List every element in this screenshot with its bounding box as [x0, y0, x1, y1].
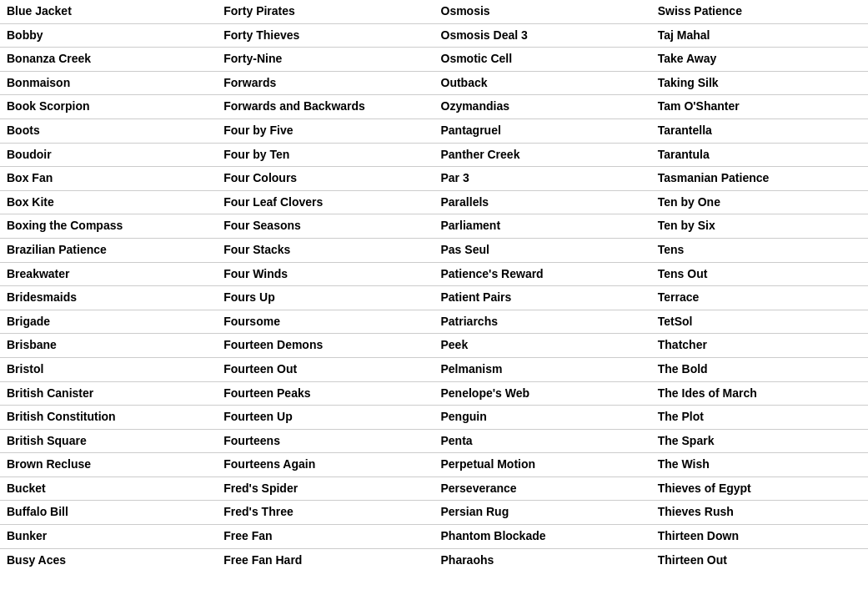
table-cell: Tam O'Shanter — [651, 95, 868, 119]
table-cell: Boxing the Compass — [0, 214, 217, 239]
table-cell: Thieves of Egypt — [651, 476, 868, 501]
table-row: BunkerFree FanPhantom BlockadeThirteen D… — [0, 525, 868, 549]
table-cell: Peek — [434, 334, 651, 358]
table-cell: Taj Mahal — [651, 23, 868, 48]
table-cell: Tasmanian Patience — [651, 167, 868, 191]
table-cell: Breakwater — [0, 262, 217, 286]
table-row: British CanisterFourteen PeaksPenelope's… — [0, 381, 868, 406]
table-cell: Phantom Blockade — [434, 525, 651, 549]
table-cell: Pelmanism — [434, 357, 651, 381]
table-cell: Patriarchs — [434, 310, 651, 334]
table-cell: Four Stacks — [217, 238, 434, 262]
table-cell: British Constitution — [0, 406, 217, 430]
table-cell: Patient Pairs — [434, 286, 651, 310]
table-cell: Swiss Patience — [651, 0, 868, 23]
table-cell: Four Colours — [217, 167, 434, 191]
table-cell: Bunker — [0, 525, 217, 549]
table-row: Book ScorpionForwards and BackwardsOzyma… — [0, 95, 868, 119]
table-cell: Brazilian Patience — [0, 238, 217, 262]
table-row: Brown RecluseFourteens AgainPerpetual Mo… — [0, 453, 868, 477]
table-row: Bonanza CreekForty-NineOsmotic CellTake … — [0, 48, 868, 72]
table-cell: The Ides of March — [651, 381, 868, 406]
table-cell: Pantagruel — [434, 118, 651, 143]
table-cell: Forwards and Backwards — [217, 95, 434, 119]
table-cell: Par 3 — [434, 167, 651, 191]
table-cell: Parallels — [434, 190, 651, 214]
table-cell: Osmosis — [434, 0, 651, 23]
table-cell: Bristol — [0, 357, 217, 381]
table-cell: Bucket — [0, 476, 217, 501]
table-row: BridesmaidsFours UpPatient PairsTerrace — [0, 286, 868, 310]
games-table: Blue JacketForty PiratesOsmosisSwiss Pat… — [0, 0, 868, 572]
table-cell: Tarantella — [651, 118, 868, 143]
table-cell: Osmosis Deal 3 — [434, 23, 651, 48]
table-cell: Fours Up — [217, 286, 434, 310]
table-cell: Bridesmaids — [0, 286, 217, 310]
table-cell: Four Winds — [217, 262, 434, 286]
table-cell: Tens — [651, 238, 868, 262]
table-cell: Foursome — [217, 310, 434, 334]
table-cell: Bobby — [0, 23, 217, 48]
table-cell: Thirteen Out — [651, 548, 868, 572]
table-cell: Bonanza Creek — [0, 48, 217, 72]
table-row: BucketFred's SpiderPerseveranceThieves o… — [0, 476, 868, 501]
table-cell: Brisbane — [0, 334, 217, 358]
table-cell: British Canister — [0, 381, 217, 406]
table-cell: Fred's Spider — [217, 476, 434, 501]
table-cell: Taking Silk — [651, 71, 868, 95]
table-cell: Osmotic Cell — [434, 48, 651, 72]
table-cell: Thieves Rush — [651, 501, 868, 525]
table-cell: Brown Recluse — [0, 453, 217, 477]
table-row: Box KiteFour Leaf CloversParallelsTen by… — [0, 190, 868, 214]
table-cell: Fred's Three — [217, 501, 434, 525]
table-row: BonmaisonForwardsOutbackTaking Silk — [0, 71, 868, 95]
table-cell: Free Fan — [217, 525, 434, 549]
table-cell: Outback — [434, 71, 651, 95]
table-row: Box FanFour ColoursPar 3Tasmanian Patien… — [0, 167, 868, 191]
table-cell: Book Scorpion — [0, 95, 217, 119]
table-cell: Pas Seul — [434, 238, 651, 262]
table-cell: Bonmaison — [0, 71, 217, 95]
table-cell: Patience's Reward — [434, 262, 651, 286]
table-cell: Panther Creek — [434, 143, 651, 167]
table-cell: Four by Five — [217, 118, 434, 143]
table-cell: Take Away — [651, 48, 868, 72]
table-cell: Tarantula — [651, 143, 868, 167]
table-cell: The Bold — [651, 357, 868, 381]
table-cell: Boots — [0, 118, 217, 143]
table-row: BootsFour by FivePantagruelTarantella — [0, 118, 868, 143]
table-row: BrigadeFoursomePatriarchsTetSol — [0, 310, 868, 334]
table-cell: Forty Pirates — [217, 0, 434, 23]
table-row: BoudoirFour by TenPanther CreekTarantula — [0, 143, 868, 167]
table-cell: Buffalo Bill — [0, 501, 217, 525]
table-cell: Penta — [434, 429, 651, 453]
table-cell: Thatcher — [651, 334, 868, 358]
table-cell: Blue Jacket — [0, 0, 217, 23]
table-row: BobbyForty ThievesOsmosis Deal 3Taj Maha… — [0, 23, 868, 48]
table-cell: Fourteens — [217, 429, 434, 453]
table-row: Blue JacketForty PiratesOsmosisSwiss Pat… — [0, 0, 868, 23]
table-row: BristolFourteen OutPelmanismThe Bold — [0, 357, 868, 381]
table-cell: British Square — [0, 429, 217, 453]
table-cell: Penelope's Web — [434, 381, 651, 406]
table-cell: Ozymandias — [434, 95, 651, 119]
table-cell: The Plot — [651, 406, 868, 430]
table-cell: Forwards — [217, 71, 434, 95]
table-cell: Fourteen Demons — [217, 334, 434, 358]
table-row: British SquareFourteensPentaThe Spark — [0, 429, 868, 453]
table-cell: Fourteens Again — [217, 453, 434, 477]
table-cell: Persian Rug — [434, 501, 651, 525]
table-cell: Thirteen Down — [651, 525, 868, 549]
table-row: BreakwaterFour WindsPatience's RewardTen… — [0, 262, 868, 286]
table-cell: Box Fan — [0, 167, 217, 191]
table-cell: Perseverance — [434, 476, 651, 501]
table-row: Boxing the CompassFour SeasonsParliament… — [0, 214, 868, 239]
table-cell: Penguin — [434, 406, 651, 430]
table-cell: Four by Ten — [217, 143, 434, 167]
table-cell: Forty-Nine — [217, 48, 434, 72]
table-cell: Fourteen Peaks — [217, 381, 434, 406]
table-row: Buffalo BillFred's ThreePersian RugThiev… — [0, 501, 868, 525]
table-cell: The Wish — [651, 453, 868, 477]
table-cell: Fourteen Up — [217, 406, 434, 430]
table-cell: Pharaohs — [434, 548, 651, 572]
